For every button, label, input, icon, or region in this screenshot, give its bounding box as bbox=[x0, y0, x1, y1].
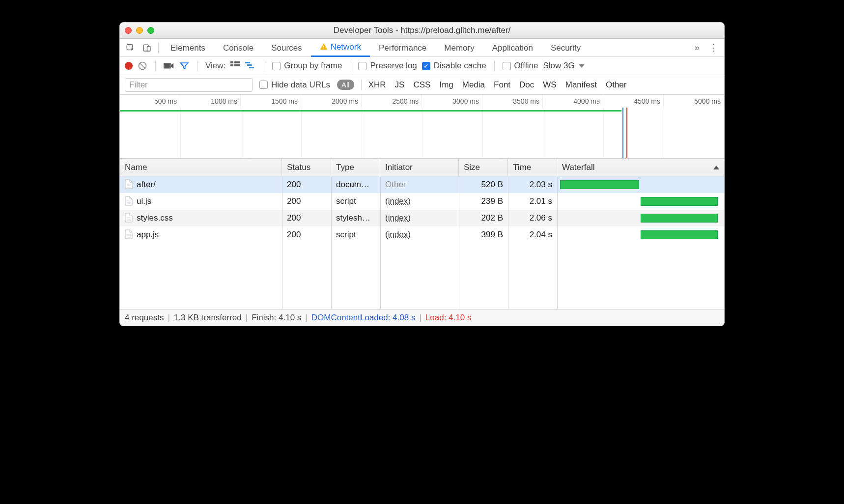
file-icon bbox=[125, 195, 133, 205]
cell-size: 399 B bbox=[459, 226, 508, 243]
disable-cache-checkbox[interactable]: Disable cache bbox=[422, 61, 486, 71]
filter-type-doc[interactable]: Doc bbox=[519, 80, 534, 90]
group-by-frame-checkbox[interactable]: Group by frame bbox=[272, 61, 342, 71]
table-row[interactable]: app.js200script(index)399 B2.04 s bbox=[120, 226, 724, 243]
col-name[interactable]: Name bbox=[120, 159, 282, 176]
filter-type-css[interactable]: CSS bbox=[413, 80, 430, 90]
cell-waterfall bbox=[557, 193, 724, 210]
filter-type-font[interactable]: Font bbox=[494, 80, 510, 90]
cell-initiator[interactable]: (index) bbox=[380, 226, 459, 243]
col-status[interactable]: Status bbox=[282, 159, 331, 176]
cell-size: 202 B bbox=[459, 210, 508, 226]
hide-data-urls-checkbox[interactable]: Hide data URLs bbox=[259, 80, 330, 90]
divider bbox=[155, 60, 156, 71]
throttling-select[interactable]: Slow 3G bbox=[543, 61, 584, 71]
filter-bar: Filter Hide data URLs All XHRJSCSSImgMed… bbox=[120, 75, 724, 95]
svg-rect-10 bbox=[234, 64, 240, 66]
cell-initiator[interactable]: (index) bbox=[380, 210, 459, 226]
zoom-icon[interactable] bbox=[147, 27, 154, 34]
divider bbox=[197, 60, 197, 71]
svg-rect-9 bbox=[230, 64, 233, 66]
filter-type-img[interactable]: Img bbox=[439, 80, 453, 90]
col-type[interactable]: Type bbox=[331, 159, 380, 176]
tab-network[interactable]: Network bbox=[311, 39, 370, 57]
filter-pill-all[interactable]: All bbox=[337, 80, 354, 90]
view-large-icon[interactable] bbox=[230, 61, 240, 71]
clear-icon[interactable] bbox=[138, 61, 147, 71]
warning-icon bbox=[320, 40, 328, 56]
table-row[interactable]: ui.js200script(index)239 B2.01 s bbox=[120, 193, 724, 210]
filter-type-manifest[interactable]: Manifest bbox=[565, 80, 597, 90]
network-toolbar: View: Group by frame Preserve log Disabl… bbox=[120, 57, 724, 75]
timeline-tick: 5000 ms bbox=[664, 95, 724, 108]
tab-elements[interactable]: Elements bbox=[162, 39, 214, 57]
offline-checkbox[interactable]: Offline bbox=[503, 61, 538, 71]
filter-input[interactable]: Filter bbox=[125, 78, 253, 92]
tab-sources[interactable]: Sources bbox=[262, 39, 310, 57]
timeline-tick: 1000 ms bbox=[180, 95, 241, 108]
file-icon bbox=[125, 212, 133, 222]
cell-type: stylesh… bbox=[331, 210, 380, 226]
tab-performance[interactable]: Performance bbox=[370, 39, 435, 57]
filter-icon[interactable] bbox=[179, 61, 189, 71]
svg-rect-6 bbox=[164, 63, 171, 69]
window-title: Developer Tools - https://preload.glitch… bbox=[120, 26, 724, 35]
devtools-window: Developer Tools - https://preload.glitch… bbox=[119, 22, 725, 326]
checkbox-icon bbox=[259, 81, 268, 89]
cell-initiator: Other bbox=[380, 176, 459, 193]
preserve-log-label: Preserve log bbox=[370, 61, 417, 71]
minimize-icon[interactable] bbox=[136, 27, 143, 34]
tab-memory[interactable]: Memory bbox=[435, 39, 483, 57]
divider bbox=[264, 60, 264, 71]
preserve-log-checkbox[interactable]: Preserve log bbox=[358, 61, 417, 71]
view-waterfall-icon[interactable] bbox=[245, 61, 256, 71]
table-header: Name Status Type Initiator Size Time Wat… bbox=[120, 159, 724, 176]
kebab-menu-icon[interactable]: ⋮ bbox=[705, 42, 722, 53]
device-toolbar-icon[interactable] bbox=[139, 39, 155, 57]
offline-label: Offline bbox=[514, 61, 538, 71]
divider bbox=[494, 60, 495, 71]
record-icon[interactable] bbox=[125, 62, 133, 70]
filter-type-js[interactable]: JS bbox=[395, 80, 405, 90]
cell-size: 239 B bbox=[459, 193, 508, 210]
status-finish: Finish: 4.10 s bbox=[252, 313, 301, 323]
waterfall-bar bbox=[560, 180, 639, 189]
view-label: View: bbox=[205, 61, 225, 71]
svg-rect-7 bbox=[230, 61, 233, 63]
svg-rect-12 bbox=[247, 64, 252, 66]
cell-time: 2.04 s bbox=[508, 226, 557, 243]
filter-type-media[interactable]: Media bbox=[462, 80, 485, 90]
svg-rect-13 bbox=[249, 67, 254, 68]
checkbox-icon bbox=[422, 62, 430, 70]
cell-name: ui.js bbox=[120, 193, 282, 210]
table-row[interactable]: after/200docum…Other520 B2.03 s bbox=[120, 176, 724, 193]
col-waterfall[interactable]: Waterfall bbox=[557, 159, 724, 176]
tab-application[interactable]: Application bbox=[483, 39, 542, 57]
requests-table: Name Status Type Initiator Size Time Wat… bbox=[120, 159, 724, 309]
tab-security[interactable]: Security bbox=[542, 39, 590, 57]
inspect-element-icon[interactable] bbox=[122, 39, 139, 57]
cell-type: docum… bbox=[331, 176, 380, 193]
timeline-tick: 2000 ms bbox=[301, 95, 362, 108]
throttle-value: Slow 3G bbox=[543, 61, 574, 71]
more-tabs-icon[interactable]: » bbox=[689, 43, 705, 53]
screenshot-icon[interactable] bbox=[164, 62, 174, 70]
col-time[interactable]: Time bbox=[508, 159, 557, 176]
filter-type-xhr[interactable]: XHR bbox=[368, 80, 386, 90]
checkbox-icon bbox=[272, 62, 281, 70]
checkbox-icon bbox=[503, 62, 511, 70]
svg-rect-11 bbox=[245, 62, 250, 63]
close-icon[interactable] bbox=[125, 27, 132, 34]
filter-type-ws[interactable]: WS bbox=[543, 80, 556, 90]
cell-initiator[interactable]: (index) bbox=[380, 193, 459, 210]
status-dcl: DOMContentLoaded: 4.08 s bbox=[311, 313, 416, 323]
tab-console[interactable]: Console bbox=[214, 39, 262, 57]
col-size[interactable]: Size bbox=[459, 159, 508, 176]
col-initiator[interactable]: Initiator bbox=[380, 159, 459, 176]
timeline-overview[interactable]: 500 ms1000 ms1500 ms2000 ms2500 ms3000 m… bbox=[120, 95, 724, 159]
overview-activity-bar bbox=[120, 110, 621, 112]
timeline-tick: 2500 ms bbox=[362, 95, 422, 108]
svg-rect-4 bbox=[323, 48, 324, 49]
table-row[interactable]: styles.css200stylesh…(index)202 B2.06 s bbox=[120, 210, 724, 226]
filter-type-other[interactable]: Other bbox=[606, 80, 627, 90]
